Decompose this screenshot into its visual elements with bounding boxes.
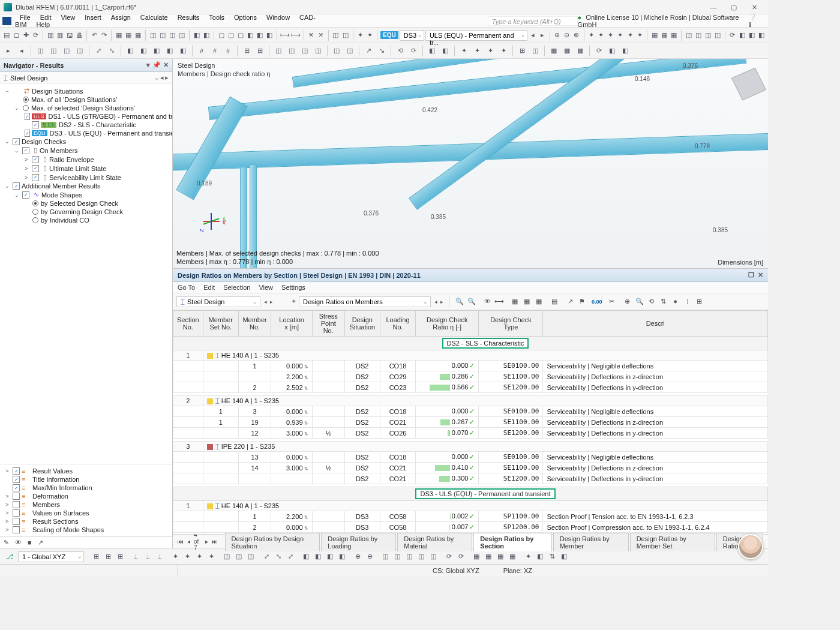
results-table-combo[interactable]: Design Ratios on Members⌵ — [299, 296, 431, 307]
tree-row[interactable]: Max. of all 'Design Situations' — [1, 95, 171, 104]
toolbar-icon[interactable]: ◧ — [164, 45, 176, 57]
toolbar-icon[interactable]: ▢ — [236, 29, 245, 41]
toolbar-icon[interactable]: ⊕ — [553, 29, 562, 41]
toolbar-icon[interactable]: ⊖ — [563, 29, 571, 41]
tree-row[interactable]: >≡Deformation — [1, 492, 171, 500]
toolbar-icon[interactable]: ↷ — [100, 29, 108, 41]
toolbar-icon[interactable]: ✚ — [22, 29, 30, 41]
toolbar-icon[interactable]: ◧ — [137, 45, 149, 57]
toolbar-icon[interactable]: ◧ — [193, 29, 201, 41]
results-pager[interactable]: ⏮◂4 of 7▸⏭ — [176, 532, 219, 551]
tree-row[interactable]: by Individual CO — [1, 216, 171, 224]
toolbar-icon[interactable]: ◫ — [233, 551, 245, 563]
toolbar-icon[interactable]: ◧ — [606, 45, 618, 57]
nav-results-icon[interactable]: ↗ — [38, 539, 43, 547]
toolbar-icon[interactable]: ▸ — [538, 29, 547, 41]
results-tool-icon[interactable]: ✂ — [606, 296, 618, 308]
toolbar-icon[interactable]: ⟳ — [443, 551, 455, 563]
tree-row[interactable]: by Governing Design Check — [1, 208, 171, 216]
toolbar-icon[interactable]: ⟲ — [394, 45, 406, 57]
toolbar-icon[interactable]: ▥ — [56, 29, 64, 41]
results-tab[interactable]: Design Ratios by Member — [553, 533, 629, 551]
minimize-button[interactable]: — — [703, 1, 724, 13]
loadcase-combo[interactable]: ULS (EQU) - Permanent and tr... — [425, 30, 527, 41]
tree-row[interactable]: >▯Ratio Envelope — [1, 155, 171, 164]
toolbar-icon[interactable]: ◧ — [177, 45, 189, 57]
toolbar-icon[interactable]: ◧ — [619, 45, 631, 57]
navigator-pin-icon[interactable]: 📌 — [152, 61, 161, 69]
tree-row[interactable]: EQUDS3 - ULS (EQU) - Permanent and trans… — [1, 129, 171, 137]
toolbar-icon[interactable]: ▦ — [670, 29, 678, 41]
toolbar-icon[interactable]: ✦ — [471, 45, 483, 57]
toolbar-icon[interactable]: ◧ — [426, 45, 438, 57]
toolbar-icon[interactable]: ◧ — [738, 29, 746, 41]
toolbar-icon[interactable]: ⊖ — [364, 551, 376, 563]
toolbar-icon[interactable]: ↶ — [90, 29, 98, 41]
toolbar-icon[interactable]: ◫ — [694, 29, 703, 41]
results-tool-icon[interactable]: ⟷ — [493, 296, 505, 308]
toolbar-icon[interactable]: ⟼ — [280, 29, 290, 41]
toolbar-icon[interactable]: ◫ — [178, 29, 186, 41]
navigator-dropdown-icon[interactable]: ▾ — [146, 61, 150, 69]
toolbar-icon[interactable]: ▦ — [574, 45, 586, 57]
results-tab[interactable]: Design Ratios by Section — [473, 533, 551, 551]
toolbar-icon[interactable]: ▸ — [2, 45, 14, 57]
menu-calculate[interactable]: Calculate — [136, 13, 173, 22]
results-tool-icon[interactable]: 0.00 — [592, 296, 602, 308]
menu-assign[interactable]: Assign — [106, 13, 136, 22]
results-nav-arrows[interactable]: ◂▸ — [263, 298, 274, 306]
toolbar-icon[interactable]: 🖫 — [65, 29, 74, 41]
toolbar-icon[interactable]: ◫ — [415, 551, 427, 563]
ds-combo[interactable]: DS3 — [400, 30, 424, 41]
tree-row[interactable]: by Selected Design Check — [1, 199, 171, 208]
toolbar-icon[interactable]: ◧ — [312, 551, 324, 563]
tree-row[interactable]: >≡Members — [1, 500, 171, 509]
toolbar-icon[interactable]: ◧ — [124, 45, 136, 57]
results-restore-icon[interactable]: ❐ — [748, 271, 754, 279]
toolbar-icon[interactable]: ▦ — [650, 29, 659, 41]
table-row[interactable]: 130.000DS2CO18 0.000✓SE0100.00Serviceabi… — [173, 452, 768, 463]
toolbar-icon[interactable]: ◫ — [331, 29, 340, 41]
view-cube[interactable] — [731, 68, 766, 101]
toolbar-icon[interactable]: ⟂ — [142, 550, 154, 562]
toolbar-icon[interactable]: ⊞ — [241, 45, 253, 57]
tree-row[interactable]: >▯Ultimate Limit State — [1, 164, 171, 173]
toolbar-icon[interactable]: # — [209, 45, 221, 57]
toolbar-icon[interactable]: ◫ — [529, 45, 541, 57]
tree-row[interactable]: −⇄Design Situations — [1, 86, 171, 95]
toolbar-icon[interactable]: ✦ — [522, 551, 534, 563]
toolbar-icon[interactable]: ◧ — [246, 29, 254, 41]
tree-row[interactable]: ⌄Design Checks — [1, 137, 171, 146]
toolbar-icon[interactable]: ◧ — [558, 551, 570, 563]
toolbar-icon[interactable]: ◧ — [324, 551, 336, 563]
toolbar-icon[interactable]: ◧ — [757, 29, 766, 41]
toolbar-icon[interactable]: ◂ — [529, 29, 537, 41]
toolbar-icon[interactable]: # — [196, 45, 208, 57]
results-tool-icon[interactable]: ▦ — [509, 296, 521, 308]
toolbar-icon[interactable]: ✦ — [597, 29, 605, 41]
table-row[interactable]: DS2CO21 0.300✓SE1200.00Serviceability | … — [173, 473, 768, 484]
toolbar-icon[interactable]: ◫ — [168, 29, 176, 41]
toolbar-icon[interactable]: ⊞ — [254, 45, 266, 57]
results-tool-icon[interactable]: ⁞ — [682, 296, 694, 308]
tree-row[interactable]: ⌄Max. of selected 'Design Situations' — [1, 104, 171, 112]
toolbar-icon[interactable]: ◫ — [341, 29, 350, 41]
results-tool-icon[interactable]: ⚑ — [576, 296, 588, 308]
toolbar-icon[interactable]: ⤧ — [317, 29, 325, 41]
toolbar-icon[interactable]: ⊞ — [114, 551, 126, 563]
toolbar-icon[interactable]: ⟂ — [130, 550, 142, 562]
results-tool-icon[interactable]: ⇅ — [658, 296, 670, 308]
toolbar-icon[interactable]: ⟳ — [455, 551, 467, 563]
keyword-search[interactable]: Type a keyword (Alt+Q) — [488, 16, 578, 26]
toolbar-icon[interactable]: ⟳ — [31, 29, 40, 41]
results-tool-icon[interactable]: ● — [670, 295, 682, 307]
toolbar-icon[interactable]: ▦ — [134, 29, 142, 41]
toolbar-icon[interactable]: ⟳ — [407, 45, 419, 57]
tree-row[interactable]: ≡Max/Min Information — [1, 484, 171, 492]
toolbar-icon[interactable]: ▦ — [548, 45, 560, 57]
tree-row[interactable]: >≡Values on Surfaces — [1, 509, 171, 517]
results-tab[interactable]: Design Ratios by Material — [397, 533, 472, 551]
navigator-close-icon[interactable]: ✕ — [163, 61, 169, 69]
toolbar-icon[interactable]: ▥ — [46, 29, 55, 41]
tree-row[interactable]: >▯Serviceability Limit State — [1, 173, 171, 182]
